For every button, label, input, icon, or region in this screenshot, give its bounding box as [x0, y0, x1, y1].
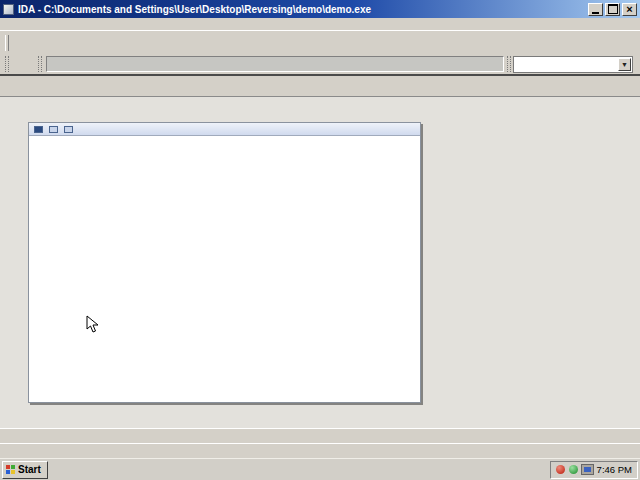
maximize-button[interactable] — [605, 3, 620, 16]
disassembly-window[interactable] — [28, 122, 421, 403]
start-button[interactable]: Start — [2, 461, 48, 479]
mdi-workspace — [0, 97, 640, 428]
main-toolbar — [0, 30, 640, 54]
status-bar-top — [0, 428, 640, 443]
ida-app-icon — [3, 4, 14, 15]
navigation-band[interactable] — [46, 56, 504, 72]
menu-bar — [0, 18, 640, 30]
windows-logo-icon — [6, 465, 15, 474]
navigation-band-row: ▼ — [0, 54, 640, 76]
tray-icon-1[interactable] — [556, 465, 565, 474]
disassembly-window-titlebar[interactable] — [29, 123, 420, 136]
disasm-title-icon-1 — [34, 126, 43, 133]
tray-icon-2[interactable] — [569, 465, 578, 474]
disasm-title-icon-2 — [49, 126, 58, 133]
disasm-title-icon-3 — [64, 126, 73, 133]
navband-drag-handle-1[interactable] — [5, 56, 9, 72]
close-button[interactable] — [622, 3, 637, 16]
minimize-button[interactable] — [588, 3, 603, 16]
tray-icon-3[interactable] — [582, 465, 593, 474]
status-bar-bottom — [0, 443, 640, 458]
combobox-dropdown-icon[interactable]: ▼ — [618, 58, 631, 71]
system-tray: 7:46 PM — [550, 461, 638, 479]
window-title: IDA - C:\Documents and Settings\User\Des… — [18, 4, 584, 15]
taskbar-clock: 7:46 PM — [597, 464, 632, 475]
toolbar-drag-handle[interactable] — [5, 35, 9, 51]
disassembly-listing[interactable] — [29, 136, 420, 402]
navband-combobox[interactable]: ▼ — [513, 56, 633, 73]
view-tabs — [0, 78, 640, 97]
ida-application-window: IDA - C:\Documents and Settings\User\Des… — [0, 0, 640, 480]
start-button-label: Start — [18, 464, 41, 475]
navband-drag-handle-3[interactable] — [507, 56, 511, 72]
taskbar: Start 7:46 PM — [0, 458, 640, 480]
mouse-cursor — [86, 315, 99, 334]
navband-drag-handle-2[interactable] — [38, 56, 42, 72]
window-titlebar[interactable]: IDA - C:\Documents and Settings\User\Des… — [0, 0, 640, 18]
